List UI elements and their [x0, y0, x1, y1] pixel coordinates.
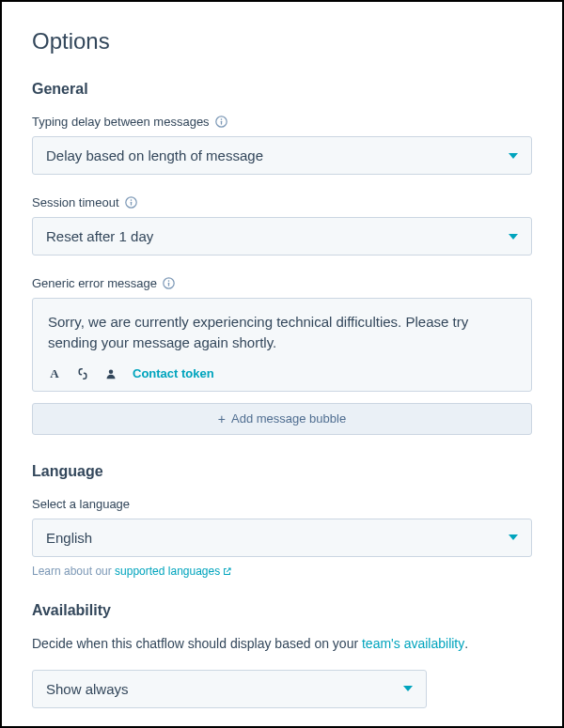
svg-point-7	[168, 280, 170, 282]
language-help-prefix: Learn about our	[32, 565, 115, 578]
language-help-text: Learn about our supported languages	[32, 565, 532, 578]
select-language-label: Select a language	[32, 497, 130, 511]
section-general: General Typing delay between messages De…	[32, 81, 532, 435]
teams-availability-link[interactable]: team's availability	[362, 636, 464, 651]
availability-description: Decide when this chatflow should display…	[32, 636, 532, 651]
session-timeout-label-row: Session timeout	[32, 195, 532, 209]
section-language: Language Select a language English Learn…	[32, 463, 532, 578]
add-bubble-label: Add message bubble	[231, 411, 346, 426]
svg-rect-5	[131, 202, 132, 206]
text-format-icon[interactable]: A	[48, 366, 61, 381]
external-link-icon	[222, 566, 232, 577]
chevron-down-icon	[403, 686, 413, 691]
typing-delay-label: Typing delay between messages	[32, 115, 210, 129]
availability-desc-suffix: .	[464, 636, 468, 651]
info-icon[interactable]	[215, 116, 228, 129]
section-availability: Availability Decide when this chatflow s…	[32, 602, 532, 708]
svg-point-1	[221, 118, 223, 120]
availability-desc-prefix: Decide when this chatflow should display…	[32, 636, 362, 651]
chevron-down-icon	[509, 534, 518, 540]
svg-point-9	[109, 369, 114, 374]
svg-point-4	[131, 199, 133, 201]
add-message-bubble-button[interactable]: + Add message bubble	[32, 403, 532, 435]
person-icon[interactable]	[104, 366, 118, 381]
session-timeout-select[interactable]: Reset after 1 day	[32, 217, 532, 256]
typing-delay-value: Delay based on length of message	[46, 147, 263, 163]
message-toolbar: A Contact token	[48, 366, 516, 381]
language-value: English	[46, 530, 92, 546]
availability-value: Show always	[46, 681, 129, 697]
supported-languages-link[interactable]: supported languages	[115, 565, 232, 578]
language-label-row: Select a language	[32, 497, 532, 511]
generic-error-label: Generic error message	[32, 276, 157, 290]
session-timeout-label: Session timeout	[32, 195, 119, 209]
contact-token-link[interactable]: Contact token	[133, 366, 214, 380]
generic-error-text[interactable]: Sorry, we are currently experiencing tec…	[48, 312, 516, 353]
typing-delay-select[interactable]: Delay based on length of message	[32, 136, 532, 175]
chevron-down-icon	[509, 234, 518, 240]
svg-rect-2	[221, 121, 222, 125]
chevron-down-icon	[509, 153, 518, 159]
session-timeout-value: Reset after 1 day	[46, 228, 153, 244]
svg-rect-8	[168, 283, 169, 287]
generic-error-label-row: Generic error message	[32, 276, 532, 290]
page-title: Options	[32, 28, 532, 54]
language-header: Language	[32, 463, 532, 480]
info-icon[interactable]	[125, 196, 138, 209]
link-icon[interactable]	[76, 366, 89, 381]
language-select[interactable]: English	[32, 519, 532, 557]
typing-delay-label-row: Typing delay between messages	[32, 115, 532, 129]
availability-header: Availability	[32, 602, 532, 619]
info-icon[interactable]	[163, 277, 176, 290]
availability-select[interactable]: Show always	[32, 670, 427, 708]
generic-error-message-box[interactable]: Sorry, we are currently experiencing tec…	[32, 298, 532, 392]
general-header: General	[32, 81, 532, 98]
plus-icon: +	[218, 411, 226, 426]
